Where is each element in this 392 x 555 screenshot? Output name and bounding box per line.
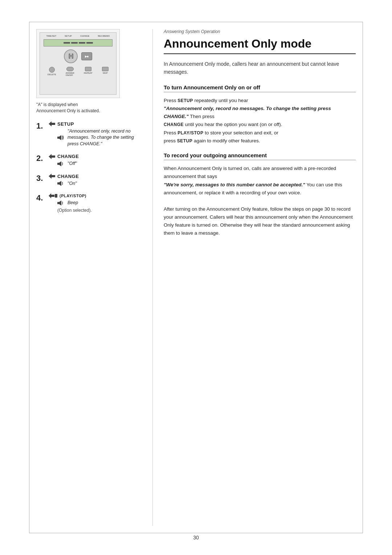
svg-rect-11 <box>57 202 59 204</box>
svg-marker-3 <box>49 154 55 159</box>
step-4-button-label: (PLAY/STOP) <box>60 194 86 198</box>
setup-label: SETUP <box>65 35 72 37</box>
page-number: 30 <box>193 535 199 540</box>
change-button-icon-3 <box>49 174 55 179</box>
speaker-icon-2 <box>57 161 64 167</box>
svg-rect-10 <box>55 194 57 198</box>
delete-btn-area: DELETE <box>48 67 56 76</box>
change-ref-1: CHANGE <box>164 122 184 127</box>
step-2-button-label: CHANGE <box>57 154 79 159</box>
page-title: Announcement Only mode <box>164 37 356 54</box>
device-caption: "A" is displayed whenAnnouncement Only i… <box>36 102 145 114</box>
step-4: 4. (PLAY/STOP) <box>36 193 145 213</box>
speaker-icon-3 <box>57 181 64 186</box>
right-column: Answering System Operation Announcement … <box>152 29 356 526</box>
repeat-btn-area: REPEAT <box>84 67 93 76</box>
step-1: 1. SETUP <box>36 121 145 147</box>
svg-marker-8 <box>59 181 61 186</box>
step-4-speech: Beep <box>68 200 78 206</box>
svg-rect-1 <box>57 137 59 139</box>
device-display <box>44 39 113 46</box>
change-label: CHANGE <box>80 35 90 37</box>
step-1-speech: "Announcement only, record no messages. … <box>68 128 145 147</box>
svg-marker-6 <box>49 174 55 179</box>
step-2-speech: "Off" <box>68 161 77 167</box>
section-label: Answering System Operation <box>164 29 356 34</box>
svg-rect-4 <box>57 163 59 165</box>
rec-memo-label: REC/MEMO <box>98 35 110 37</box>
svg-marker-9 <box>49 193 54 198</box>
left-column: TIME/SET SETUP CHANGE REC/MEMO ℍ <box>36 29 152 526</box>
svg-marker-2 <box>59 135 61 140</box>
step-4-speech-sub: (Option selected). <box>57 208 92 213</box>
speaker-icon-1 <box>57 135 64 141</box>
page-border-right <box>363 22 363 533</box>
intro-text: In Announcement Only mode, callers hear … <box>164 60 356 76</box>
play-stop-button-icon <box>49 193 57 198</box>
step-1-number: 1. <box>36 121 46 131</box>
subsection-2-body: When Announcement Only is turned on, cal… <box>164 165 356 237</box>
step-2: 2. CHANGE <box>36 154 145 167</box>
change-button-icon-2 <box>49 154 55 159</box>
device-center-controls: ℍ ▶■ <box>40 47 116 65</box>
page-border-left <box>29 22 29 533</box>
device-main-button: ℍ <box>64 49 78 63</box>
device-image: TIME/SET SETUP CHANGE REC/MEMO ℍ <box>36 29 120 98</box>
speaker-icon-4 <box>57 200 64 206</box>
step-4-number: 4. <box>36 193 46 203</box>
setup-ref-1: SETUP <box>177 98 193 103</box>
subsection-title-1: To turn Announcement Only on or off <box>164 84 356 92</box>
step-3-button-label: CHANGE <box>57 174 79 179</box>
svg-rect-7 <box>57 182 59 185</box>
device-play-stop-button: ▶■ <box>81 52 92 60</box>
step-3-speech: "On" <box>68 181 77 187</box>
setup-ref-2: SETUP <box>177 138 193 143</box>
subsection-title-2: To record your outgoing announcement <box>164 152 356 160</box>
svg-marker-5 <box>59 161 61 166</box>
step-2-number: 2. <box>36 154 46 163</box>
step-3-number: 3. <box>36 174 46 183</box>
play-stop-ref-1: PLAY/STOP <box>177 130 203 135</box>
svg-marker-0 <box>49 121 55 126</box>
step-1-button-label: SETUP <box>57 121 74 127</box>
skip-btn-area: SKIP <box>102 67 109 76</box>
setup-button-icon <box>49 121 55 126</box>
subsection-1-body: Press SETUP repeatedly until you hear "A… <box>164 97 356 145</box>
svg-marker-12 <box>59 200 61 206</box>
answer-onoff-btn-area: ANSWERON/OFF <box>66 67 74 76</box>
page-border-top <box>29 22 363 22</box>
time-set-label: TIME/SET <box>46 35 56 37</box>
device-bottom-controls: DELETE ANSWERON/OFF REPEAT SKIP <box>40 65 116 78</box>
step-3: 3. CHANGE <box>36 174 145 187</box>
page-border-bottom <box>29 533 363 533</box>
